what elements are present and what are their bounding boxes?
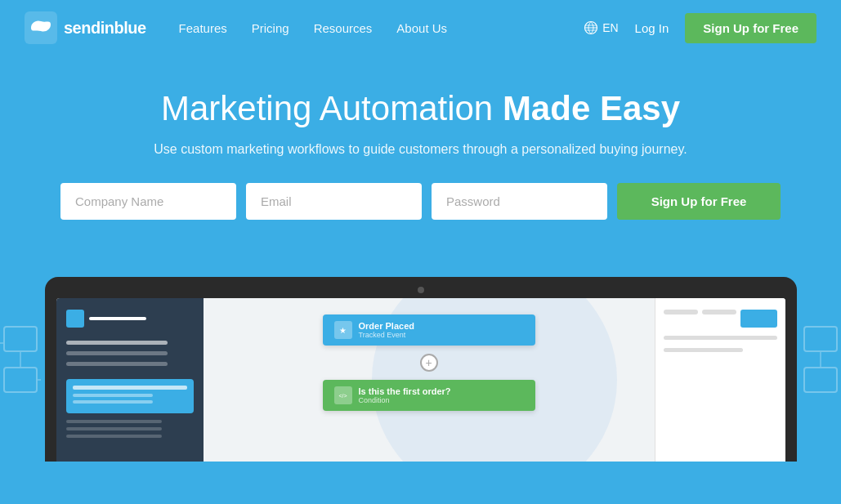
right-panel-bar-2 xyxy=(702,310,736,314)
svg-rect-9 xyxy=(804,368,837,392)
sidebar-bottom-lines xyxy=(66,420,194,438)
right-panel-line-1 xyxy=(664,336,777,340)
logo-link[interactable]: sendinblue xyxy=(25,11,146,44)
login-link[interactable]: Log In xyxy=(635,21,669,35)
signup-button-nav[interactable]: Sign Up for Free xyxy=(685,13,816,43)
lang-label: EN xyxy=(602,21,618,34)
workflow-area: ★ Order Placed Tracked Event + </> xyxy=(204,298,655,462)
sidebar-active-line-3 xyxy=(73,400,153,404)
sidebar-bottom-line-1 xyxy=(66,420,162,423)
workflow-node-1-text: Order Placed Tracked Event xyxy=(359,321,414,339)
laptop-screen: ★ Order Placed Tracked Event + </> xyxy=(56,298,785,462)
workflow-node-1-sublabel: Tracked Event xyxy=(359,331,414,339)
workflow-node-1-icon: ★ xyxy=(334,321,352,339)
sidebar-nav-items xyxy=(66,341,194,366)
globe-icon xyxy=(584,20,598,35)
signup-button-hero[interactable]: Sign Up for Free xyxy=(617,183,781,220)
workflow-node-2-icon-symbol: </> xyxy=(338,393,347,399)
hero-title-regular: Marketing Automation xyxy=(161,89,493,127)
right-panel-button xyxy=(740,310,777,328)
laptop-top-bar xyxy=(56,287,785,293)
sidebar-active-line-1 xyxy=(73,386,187,390)
sendinblue-logo-icon xyxy=(25,11,57,44)
workflow-node-2: </> Is this the first order? Condition xyxy=(323,380,535,411)
sidebar-bottom-line-2 xyxy=(66,427,162,430)
sidebar-nav-item-1 xyxy=(66,341,168,345)
hero-signup-form: Sign Up for Free xyxy=(16,183,825,220)
sidebar-logo-icon xyxy=(66,310,84,328)
svg-rect-2 xyxy=(4,327,37,351)
nav-about[interactable]: About Us xyxy=(396,21,447,35)
brand-name: sendinblue xyxy=(64,19,146,38)
navbar: sendinblue Features Pricing Resources Ab… xyxy=(0,0,841,56)
password-input[interactable] xyxy=(432,183,607,220)
workflow-node-2-text: Is this the first order? Condition xyxy=(359,386,451,404)
screen-sidebar xyxy=(56,298,204,462)
screen-main: ★ Order Placed Tracked Event + </> xyxy=(204,298,785,462)
svg-rect-7 xyxy=(804,327,837,351)
nav-pricing[interactable]: Pricing xyxy=(252,21,289,35)
svg-rect-4 xyxy=(4,368,37,392)
screen-right-panel xyxy=(655,298,785,462)
hero-title-bold: Made Easy xyxy=(503,89,680,127)
right-decoration xyxy=(800,319,841,420)
laptop-mockup-container: ★ Order Placed Tracked Event + </> xyxy=(0,277,841,462)
laptop-camera xyxy=(418,287,424,293)
sidebar-nav-item-3 xyxy=(66,362,168,366)
workflow-node-1-label: Order Placed xyxy=(359,321,414,331)
nav-links: Features Pricing Resources About Us xyxy=(179,21,584,35)
workflow-node-2-icon: </> xyxy=(334,386,352,404)
email-input[interactable] xyxy=(246,183,422,220)
workflow-node-2-label: Is this the first order? xyxy=(359,386,451,396)
hero-title: Marketing Automation Made Easy xyxy=(16,88,825,129)
laptop: ★ Order Placed Tracked Event + </> xyxy=(45,277,797,462)
workflow-node-1-icon-symbol: ★ xyxy=(339,326,347,335)
workflow-node-1: ★ Order Placed Tracked Event xyxy=(323,314,535,346)
right-panel-line-2 xyxy=(664,348,743,352)
sidebar-active-line-2 xyxy=(73,394,153,397)
hero-subtitle: Use custom marketing workflows to guide … xyxy=(16,142,825,157)
right-panel-top xyxy=(664,310,777,328)
language-selector[interactable]: EN xyxy=(584,20,618,35)
workflow-connector: + xyxy=(420,354,438,372)
left-decoration xyxy=(0,319,41,420)
nav-right: EN Log In Sign Up for Free xyxy=(584,13,816,43)
sidebar-nav-item-2 xyxy=(66,351,168,355)
nav-resources[interactable]: Resources xyxy=(314,21,373,35)
hero-section: Marketing Automation Made Easy Use custo… xyxy=(0,56,841,277)
company-name-input[interactable] xyxy=(60,183,236,220)
sidebar-logo xyxy=(66,310,194,328)
workflow-node-2-sublabel: Condition xyxy=(359,396,451,404)
sidebar-active-block xyxy=(66,379,194,413)
nav-features[interactable]: Features xyxy=(179,21,227,35)
sidebar-logo-line xyxy=(89,317,146,320)
right-panel-bar-1 xyxy=(664,310,698,314)
sidebar-bottom-line-3 xyxy=(66,435,162,438)
